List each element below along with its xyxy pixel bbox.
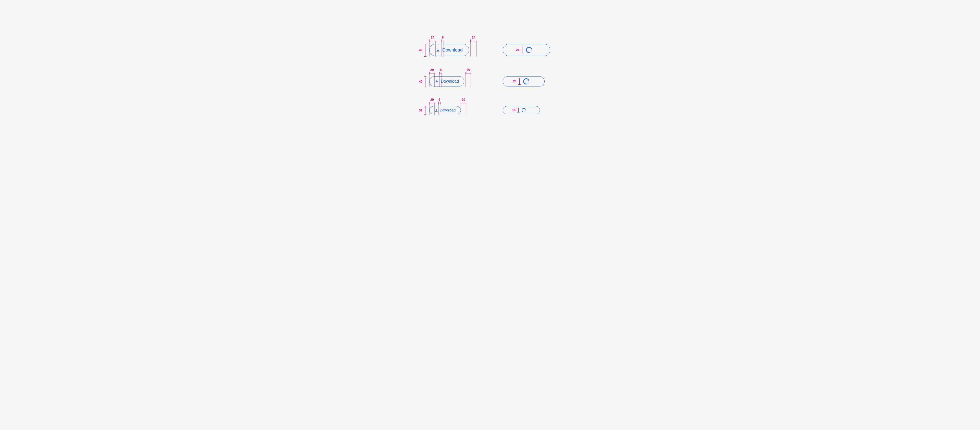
- download-icon: [434, 108, 438, 112]
- guide: [466, 103, 466, 115]
- dim-gap-48-label: 8: [442, 36, 444, 39]
- download-icon: [434, 79, 439, 83]
- dim-padleft-32: 20: [429, 102, 435, 104]
- dim-spinner-32: 16: [517, 108, 520, 113]
- guide: [476, 41, 477, 57]
- dim-height-40-label: 40: [419, 80, 422, 83]
- download-button-sm-label: Download: [440, 108, 455, 112]
- spec-canvas: 48 24 8 24 Download 24 40 20: [296, 0, 684, 170]
- spinner-icon: [525, 46, 533, 54]
- guide: [470, 41, 471, 57]
- dim-gap-40-label: 8: [440, 68, 442, 71]
- dim-padleft-40: 20: [429, 72, 435, 75]
- dim-spinner-40-label: 24: [513, 79, 517, 83]
- dim-padright-48-label: 24: [472, 36, 475, 39]
- download-button-sm[interactable]: Download: [429, 106, 461, 114]
- dim-padright-48: 24: [470, 40, 477, 42]
- download-button-lg-label: Download: [442, 48, 463, 53]
- dim-height-32: 32: [424, 106, 426, 115]
- dim-height-32-label: 32: [419, 109, 422, 112]
- dim-height-48-label: 48: [419, 48, 422, 52]
- dim-gap-32-label: 6: [439, 98, 441, 102]
- dim-padright-40: 20: [466, 72, 471, 75]
- guide: [471, 73, 471, 87]
- download-button-md[interactable]: Download: [429, 76, 464, 86]
- download-icon: [436, 48, 440, 52]
- loading-button-lg[interactable]: 24: [503, 44, 550, 56]
- dim-height-48: 48: [424, 44, 426, 57]
- dim-height-40: 40: [424, 76, 426, 87]
- spinner-icon: [522, 77, 531, 86]
- dim-padleft-48-label: 24: [431, 36, 434, 39]
- download-button-md-label: Download: [441, 79, 459, 84]
- dim-padright-40-label: 20: [466, 68, 470, 71]
- dim-padright-32: 20: [461, 102, 466, 104]
- loading-button-sm[interactable]: 16: [503, 106, 540, 114]
- dim-spinner-40: 24: [518, 78, 520, 85]
- download-button-lg[interactable]: Download: [429, 44, 469, 56]
- dim-padright-32-label: 20: [462, 98, 465, 102]
- dim-spinner-32-label: 16: [512, 108, 515, 112]
- dim-spinner-48-label: 24: [516, 48, 519, 52]
- dim-padleft-40-label: 20: [430, 68, 434, 71]
- dim-padleft-32-label: 20: [430, 98, 434, 102]
- loading-button-md[interactable]: 24: [503, 76, 545, 86]
- dim-spinner-48: 24: [521, 47, 523, 53]
- dim-padleft-48: 24: [429, 40, 436, 42]
- spinner-icon: [521, 107, 527, 113]
